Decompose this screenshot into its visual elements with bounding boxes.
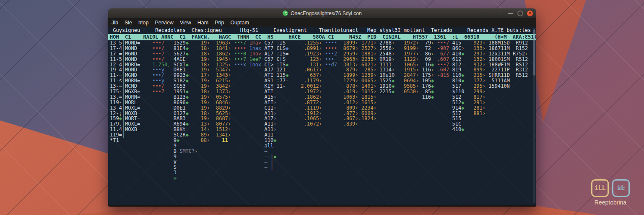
menu-item-ouptam[interactable]: Ouptam <box>230 20 249 26</box>
terminal-window: OnecEngossiightes/76 Sdyl.con — × JlbSle… <box>108 8 536 207</box>
scrollbar[interactable] <box>533 28 535 203</box>
menu-item-htop[interactable]: htop <box>138 20 148 26</box>
desktop-icons: iLL ùĿ Reeptobrina <box>587 179 634 206</box>
window-title: OnecEngossiightes/76 Sdyl.con <box>291 10 361 16</box>
scrollbar-thumb[interactable] <box>533 29 535 76</box>
desktop-icon-gold[interactable]: iLL <box>591 179 609 197</box>
menu-bar: JlbSlehtopPerviewViewHamPripOuptam <box>108 18 536 27</box>
terminal-content: Guysígneu Recadolans Ches:ígneu Htg-51 E… <box>108 27 536 205</box>
terminal-app-icon <box>283 10 288 16</box>
desktop-icons-label: Reeptobrina <box>587 199 634 206</box>
desktop-icon-blue[interactable]: ùĿ <box>612 179 630 197</box>
close-button[interactable]: × <box>527 10 533 16</box>
table-row: ⊛ <box>110 176 536 181</box>
menu-item-prip[interactable]: Prip <box>215 20 224 26</box>
menu-item-sle[interactable]: Sle <box>125 20 132 26</box>
minimize-button[interactable]: — <box>508 10 514 16</box>
terminal-rows: 13-5│MOND= •••7 1529◆ 19› 1963› •••7 1ma… <box>108 40 536 181</box>
title-bar[interactable]: OnecEngossiightes/76 Sdyl.con — × <box>108 8 536 18</box>
menu-item-perview[interactable]: Perview <box>155 20 173 26</box>
column-header-row[interactable]: HOM C1 RAIOL ARNC C1 FANCN. NAGC THNN CC… <box>108 34 536 40</box>
column-group-header: Guysígneu Recadolans Ches:ígneu Htg-51 E… <box>108 27 536 34</box>
maximize-button[interactable] <box>517 10 523 16</box>
menu-item-ham[interactable]: Ham <box>197 20 208 26</box>
menu-item-view[interactable]: View <box>180 20 191 26</box>
menu-item-jlb[interactable]: Jlb <box>112 20 118 26</box>
